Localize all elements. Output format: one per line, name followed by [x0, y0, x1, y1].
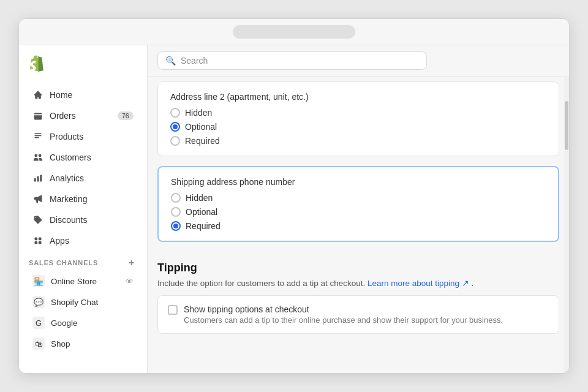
- tipping-learn-more-link[interactable]: Learn more about tipping ↗: [368, 279, 472, 288]
- address-line2-hidden-option[interactable]: Hidden: [170, 108, 546, 118]
- address-line2-required-option[interactable]: Required: [170, 136, 546, 146]
- address-line2-group: Address line 2 (apartment, unit, etc.) H…: [158, 82, 559, 156]
- analytics-icon: [32, 173, 43, 184]
- content-area: 🔍 Search Address line 2 (apartment, unit…: [148, 45, 569, 373]
- add-channel-button[interactable]: +: [126, 257, 137, 268]
- shipping-phone-hidden-radio[interactable]: [171, 193, 181, 203]
- sidebar-item-marketing-label: Marketing: [50, 194, 87, 204]
- sidebar-item-home[interactable]: Home: [23, 85, 143, 105]
- external-link-icon: ↗: [462, 279, 469, 288]
- sidebar-item-analytics-label: Analytics: [50, 173, 84, 183]
- products-icon: [32, 131, 43, 142]
- sidebar-item-products[interactable]: Products: [23, 127, 143, 146]
- address-line2-hidden-radio[interactable]: [170, 108, 180, 118]
- shipping-phone-required-radio-dot: [173, 224, 178, 228]
- sidebar-item-google[interactable]: G Google: [23, 313, 143, 333]
- sidebar-item-apps[interactable]: Apps: [23, 231, 143, 251]
- sidebar-logo: [19, 53, 147, 85]
- tipping-title: Tipping: [157, 262, 559, 274]
- channel-shopify-chat-label: Shopify Chat: [51, 298, 98, 307]
- shipping-phone-optional-label: Optional: [186, 207, 217, 217]
- tipping-description: Include the option for customers to add …: [157, 278, 559, 288]
- address-line2-required-radio[interactable]: [170, 136, 180, 146]
- sidebar-item-orders-label: Orders: [50, 111, 76, 121]
- sidebar-item-marketing[interactable]: Marketing: [23, 189, 143, 209]
- shipping-phone-optional-option[interactable]: Optional: [171, 207, 546, 217]
- sidebar-item-discounts-label: Discounts: [50, 215, 87, 225]
- tipping-section: Tipping Include the option for customers…: [157, 252, 559, 344]
- eye-icon[interactable]: 👁: [126, 277, 134, 286]
- sidebar-item-orders[interactable]: Orders 76: [23, 106, 143, 126]
- scrollbar-thumb[interactable]: [565, 101, 568, 150]
- apps-icon: [32, 235, 43, 246]
- scrollbar-track[interactable]: [564, 77, 569, 373]
- search-input[interactable]: Search: [181, 56, 208, 66]
- sidebar-item-customers[interactable]: Customers: [23, 148, 143, 167]
- home-icon: [32, 89, 43, 100]
- sidebar-item-online-store[interactable]: 🏪 Online Store 👁: [23, 271, 143, 291]
- tipping-desc-suffix: .: [472, 279, 474, 288]
- search-bar[interactable]: 🔍 Search: [157, 51, 427, 70]
- address-line2-card: Address line 2 (apartment, unit, etc.) H…: [157, 81, 559, 156]
- address-line2-required-label: Required: [185, 136, 220, 146]
- shipping-phone-group: Shipping address phone number Hidden Opt…: [159, 167, 558, 241]
- tipping-checkbox-card: Show tipping options at checkout Custome…: [157, 295, 559, 334]
- sidebar: Home Orders 76 Products Customers: [19, 45, 148, 373]
- sidebar-item-products-label: Products: [50, 132, 83, 141]
- marketing-icon: [32, 194, 43, 205]
- online-store-icon: 🏪: [32, 275, 45, 287]
- shipping-phone-card: Shipping address phone number Hidden Opt…: [157, 166, 559, 242]
- title-bar-pill: [233, 25, 355, 39]
- sidebar-item-shop[interactable]: 🛍 Shop: [23, 334, 143, 353]
- shipping-phone-required-radio[interactable]: [171, 221, 181, 231]
- sidebar-item-apps-label: Apps: [50, 236, 69, 246]
- customers-icon: [32, 152, 43, 163]
- shopify-logo-icon: [29, 55, 48, 75]
- shipping-phone-required-option[interactable]: Required: [171, 221, 546, 231]
- title-bar: [19, 19, 569, 45]
- orders-icon: [32, 110, 43, 121]
- address-line2-optional-radio-dot: [173, 124, 178, 129]
- sidebar-item-home-label: Home: [50, 90, 72, 100]
- main-layout: Home Orders 76 Products Customers: [19, 45, 569, 373]
- search-bar-row: 🔍 Search: [148, 45, 569, 77]
- shipping-phone-optional-radio[interactable]: [171, 207, 181, 217]
- shop-icon: 🛍: [32, 337, 45, 350]
- shipping-phone-hidden-option[interactable]: Hidden: [171, 193, 546, 203]
- sales-channels-label: SALES CHANNELS +: [19, 251, 147, 271]
- app-window: Home Orders 76 Products Customers: [18, 18, 570, 374]
- google-icon: G: [32, 317, 45, 329]
- tipping-checkbox-label: Show tipping options at checkout: [184, 304, 503, 314]
- sidebar-item-analytics[interactable]: Analytics: [23, 168, 143, 188]
- tipping-checkbox-text: Show tipping options at checkout Custome…: [184, 304, 503, 325]
- orders-badge: 76: [118, 111, 134, 120]
- address-line2-optional-label: Optional: [185, 122, 217, 132]
- sidebar-item-discounts[interactable]: Discounts: [23, 210, 143, 230]
- shipping-phone-label: Shipping address phone number: [171, 177, 546, 187]
- channel-online-store-label: Online Store: [51, 277, 97, 286]
- tipping-checkbox-description: Customers can add a tip to their online …: [184, 315, 503, 325]
- shipping-phone-hidden-label: Hidden: [186, 193, 213, 203]
- address-line2-optional-option[interactable]: Optional: [170, 122, 546, 132]
- channel-google-label: Google: [51, 318, 78, 328]
- channel-shop-label: Shop: [51, 339, 70, 349]
- shipping-phone-required-label: Required: [186, 221, 221, 231]
- address-line2-optional-radio[interactable]: [170, 122, 180, 132]
- discounts-icon: [32, 214, 43, 225]
- address-line2-label: Address line 2 (apartment, unit, etc.): [170, 92, 546, 102]
- search-icon: 🔍: [165, 56, 176, 66]
- sidebar-item-shopify-chat[interactable]: 💬 Shopify Chat: [23, 292, 143, 312]
- shopify-chat-icon: 💬: [32, 296, 45, 308]
- sidebar-item-customers-label: Customers: [50, 153, 91, 162]
- address-line2-hidden-label: Hidden: [185, 108, 212, 118]
- page-content: Address line 2 (apartment, unit, etc.) H…: [148, 77, 569, 373]
- tipping-checkbox[interactable]: [168, 305, 178, 315]
